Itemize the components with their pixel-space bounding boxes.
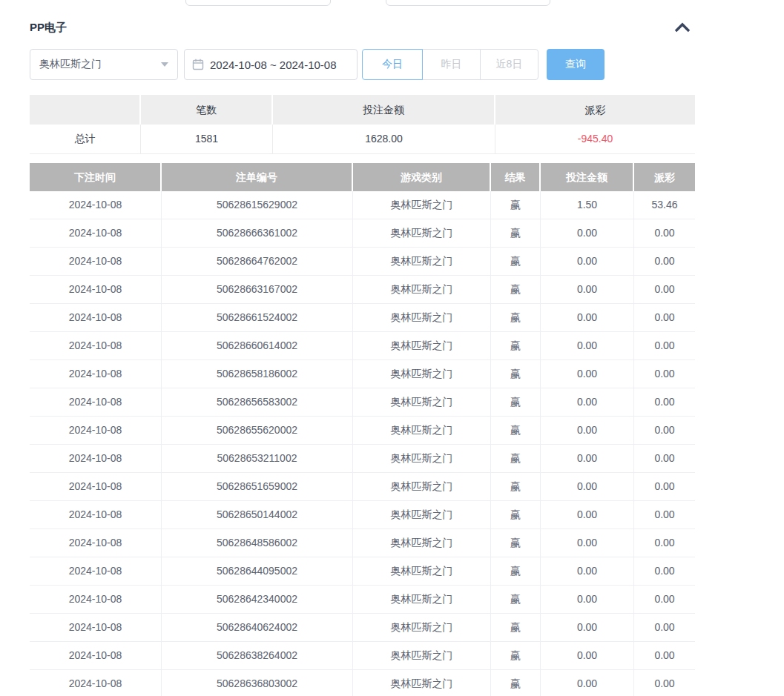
quick-date-button-group: 今日 昨日 近8日 <box>362 49 538 80</box>
cell-game-type: 奥林匹斯之门 <box>353 332 491 360</box>
table-row: 2024-10-08 50628636803002 奥林匹斯之门 赢 0.00 … <box>30 670 695 696</box>
cell-bet-time: 2024-10-08 <box>30 445 162 473</box>
cell-bet-id: 50628663167002 <box>162 276 353 304</box>
summary-header-row: 笔数 投注金额 派彩 <box>30 95 695 125</box>
cell-result: 赢 <box>491 473 541 501</box>
pp-panel: PP电子 奥林匹斯之门 2024-10-08 ~ 2 <box>30 0 695 696</box>
cell-bet-id: 50628651659002 <box>162 473 353 501</box>
cell-bet-id: 50628664762002 <box>162 248 353 276</box>
cell-bet-amount: 0.00 <box>541 501 634 529</box>
cell-payout: 0.00 <box>634 304 695 332</box>
game-select[interactable]: 奥林匹斯之门 <box>30 49 178 80</box>
cell-game-type: 奥林匹斯之门 <box>353 445 491 473</box>
cell-bet-id: 50628644095002 <box>162 557 353 586</box>
cell-bet-time: 2024-10-08 <box>30 557 162 586</box>
cell-bet-id: 50628655620002 <box>162 417 353 445</box>
cell-game-type: 奥林匹斯之门 <box>353 191 491 219</box>
cell-bet-time: 2024-10-08 <box>30 501 162 529</box>
cell-bet-id: 50628656583002 <box>162 388 353 417</box>
table-row: 2024-10-08 50628650144002 奥林匹斯之门 赢 0.00 … <box>30 501 695 529</box>
header-result: 结果 <box>491 163 541 191</box>
cell-bet-amount: 0.00 <box>541 248 634 276</box>
cell-bet-id: 50628666361002 <box>162 219 353 248</box>
cell-bet-amount: 0.00 <box>541 473 634 501</box>
cell-payout: 0.00 <box>634 360 695 388</box>
cell-result: 赢 <box>491 529 541 557</box>
collapse-panel-button[interactable] <box>671 20 694 35</box>
cell-result: 赢 <box>491 586 541 614</box>
summary-header-payout: 派彩 <box>495 95 695 125</box>
cell-payout: 0.00 <box>634 501 695 529</box>
cell-payout: 0.00 <box>634 332 695 360</box>
cell-payout: 0.00 <box>634 586 695 614</box>
bet-table-body: 2024-10-08 50628615629002 奥林匹斯之门 赢 1.50 … <box>30 191 695 696</box>
cell-bet-amount: 0.00 <box>541 445 634 473</box>
header-bet-time: 下注时间 <box>30 163 162 191</box>
bet-table-header-row: 下注时间 注单编号 游戏类别 结果 投注金额 派彩 <box>30 163 695 191</box>
cell-result: 赢 <box>491 670 541 696</box>
cell-payout: 0.00 <box>634 445 695 473</box>
summary-total-bet-amount: 1628.00 <box>273 125 495 154</box>
page-title: PP电子 <box>30 21 67 35</box>
header-payout: 派彩 <box>634 163 695 191</box>
cell-payout: 0.00 <box>634 276 695 304</box>
cell-bet-amount: 0.00 <box>541 332 634 360</box>
cell-game-type: 奥林匹斯之门 <box>353 360 491 388</box>
cell-payout: 0.00 <box>634 642 695 670</box>
last-8-days-button[interactable]: 近8日 <box>480 49 538 80</box>
table-row: 2024-10-08 50628642340002 奥林匹斯之门 赢 0.00 … <box>30 586 695 614</box>
today-button[interactable]: 今日 <box>362 49 423 80</box>
table-row: 2024-10-08 50628666361002 奥林匹斯之门 赢 0.00 … <box>30 219 695 248</box>
cell-result: 赢 <box>491 332 541 360</box>
summary-header-empty <box>30 95 141 125</box>
summary-header-count: 笔数 <box>141 95 273 125</box>
date-range-input[interactable]: 2024-10-08 ~ 2024-10-08 <box>184 49 358 80</box>
header-bet-amount: 投注金额 <box>541 163 634 191</box>
cell-payout: 0.00 <box>634 417 695 445</box>
cell-bet-amount: 0.00 <box>541 388 634 417</box>
summary-header-bet-amount: 投注金额 <box>273 95 495 125</box>
cell-result: 赢 <box>491 557 541 586</box>
cell-bet-id: 50628638264002 <box>162 642 353 670</box>
cell-result: 赢 <box>491 501 541 529</box>
filter-bar: 奥林匹斯之门 2024-10-08 ~ 2024-10-08 今日 昨日 近8日… <box>30 49 695 80</box>
summary-total-count: 1581 <box>141 125 273 154</box>
cell-payout: 0.00 <box>634 670 695 696</box>
cell-result: 赢 <box>491 388 541 417</box>
cell-payout: 0.00 <box>634 529 695 557</box>
cell-bet-id: 50628661524002 <box>162 304 353 332</box>
summary-table: 笔数 投注金额 派彩 总计 1581 1628.00 -945.40 <box>30 95 695 154</box>
table-row: 2024-10-08 50628653211002 奥林匹斯之门 赢 0.00 … <box>30 445 695 473</box>
cell-result: 赢 <box>491 614 541 642</box>
table-row: 2024-10-08 50628638264002 奥林匹斯之门 赢 0.00 … <box>30 642 695 670</box>
cell-result: 赢 <box>491 445 541 473</box>
cell-bet-amount: 0.00 <box>541 360 634 388</box>
cell-bet-id: 50628636803002 <box>162 670 353 696</box>
cell-game-type: 奥林匹斯之门 <box>353 248 491 276</box>
summary-total-payout: -945.40 <box>495 125 695 154</box>
cell-bet-id: 50628642340002 <box>162 586 353 614</box>
cell-bet-id: 50628650144002 <box>162 501 353 529</box>
table-row: 2024-10-08 50628640624002 奥林匹斯之门 赢 0.00 … <box>30 614 695 642</box>
cell-bet-id: 50628653211002 <box>162 445 353 473</box>
query-button[interactable]: 查询 <box>547 49 605 80</box>
cell-bet-amount: 0.00 <box>541 614 634 642</box>
cell-game-type: 奥林匹斯之门 <box>353 304 491 332</box>
cell-bet-amount: 0.00 <box>541 529 634 557</box>
cell-bet-amount: 0.00 <box>541 304 634 332</box>
yesterday-button[interactable]: 昨日 <box>422 49 481 80</box>
cell-result: 赢 <box>491 191 541 219</box>
panel-header: PP电子 <box>30 19 695 36</box>
header-game-type: 游戏类别 <box>353 163 491 191</box>
cell-game-type: 奥林匹斯之门 <box>353 388 491 417</box>
calendar-icon <box>192 59 204 70</box>
table-row: 2024-10-08 50628655620002 奥林匹斯之门 赢 0.00 … <box>30 417 695 445</box>
cell-bet-id: 50628615629002 <box>162 191 353 219</box>
cell-bet-amount: 0.00 <box>541 642 634 670</box>
cell-result: 赢 <box>491 276 541 304</box>
cell-result: 赢 <box>491 304 541 332</box>
cell-bet-time: 2024-10-08 <box>30 670 162 696</box>
cell-bet-amount: 0.00 <box>541 276 634 304</box>
cell-bet-id: 50628648586002 <box>162 529 353 557</box>
cell-bet-amount: 0.00 <box>541 557 634 586</box>
